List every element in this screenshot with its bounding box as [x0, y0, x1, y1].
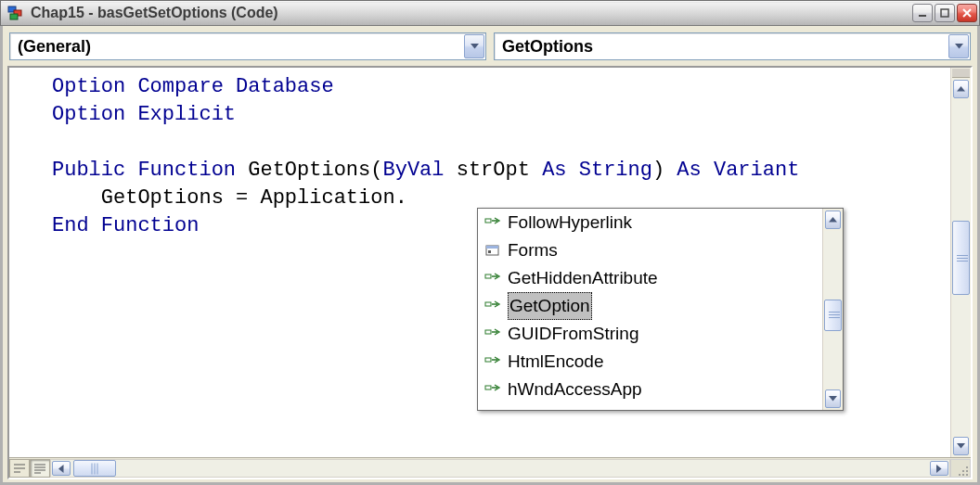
svg-marker-8	[955, 44, 963, 49]
scroll-track[interactable]	[72, 460, 928, 477]
view-full-module-button[interactable]	[30, 459, 50, 478]
intellisense-item[interactable]: GetHiddenAttribute	[478, 264, 822, 292]
editor-hscrollbar[interactable]	[50, 459, 950, 478]
code-editor[interactable]: Option Compare Database Option Explicit …	[52, 68, 950, 457]
scroll-right-button[interactable]	[930, 461, 948, 476]
svg-point-31	[966, 466, 968, 468]
code-kw: String	[579, 159, 652, 182]
scroll-up-button[interactable]	[953, 80, 969, 98]
svg-rect-3	[919, 15, 926, 17]
intellisense-item[interactable]: Forms	[478, 236, 822, 264]
svg-marker-21	[957, 443, 965, 449]
svg-point-33	[966, 470, 968, 472]
bottom-strip	[9, 457, 971, 478]
code-kw: ByVal	[382, 159, 444, 182]
method-icon	[484, 215, 502, 230]
intellisense-item[interactable]: FollowHyperlink	[478, 209, 822, 236]
svg-rect-11	[486, 246, 498, 249]
object-combo-value: (General)	[18, 37, 91, 57]
maximize-button[interactable]	[935, 4, 955, 22]
intellisense-item[interactable]: GUIDFromString	[478, 320, 822, 348]
code-text: GetOptions(	[236, 159, 382, 182]
procedure-combo-value: GetOptions	[502, 37, 593, 57]
intellisense-item-label: GetOption	[508, 292, 592, 320]
titlebar[interactable]: Chap15 - basGetSetOptions (Code)	[0, 0, 980, 26]
svg-marker-20	[957, 86, 965, 92]
code-kw: Public	[52, 159, 125, 182]
svg-point-35	[962, 474, 964, 476]
svg-marker-30	[936, 465, 942, 473]
app-icon	[6, 3, 27, 23]
window-title: Chap15 - basGetSetOptions (Code)	[31, 5, 910, 21]
code-line: Option Explicit	[52, 103, 236, 126]
scroll-thumb[interactable]	[952, 221, 970, 295]
code-line: GetOptions = Application.	[52, 186, 407, 210]
code-text: strOpt	[445, 159, 543, 182]
svg-rect-14	[485, 302, 491, 306]
method-icon	[484, 299, 502, 313]
editor-vscrollbar[interactable]	[950, 68, 971, 457]
intellisense-item-label: hWndAccessApp	[508, 376, 642, 403]
svg-rect-2	[10, 14, 18, 19]
code-kw: Function	[137, 159, 236, 182]
scroll-track[interactable]	[824, 231, 842, 388]
chevron-down-icon[interactable]	[948, 34, 969, 58]
intellisense-item-label: GUIDFromString	[508, 320, 638, 348]
scroll-thumb[interactable]	[73, 460, 116, 477]
scroll-down-button[interactable]	[825, 389, 841, 408]
svg-rect-17	[485, 386, 491, 389]
code-line: End Function	[52, 214, 199, 237]
scroll-thumb[interactable]	[824, 300, 842, 331]
svg-rect-15	[485, 330, 491, 334]
svg-rect-12	[488, 250, 491, 253]
chevron-down-icon[interactable]	[464, 34, 484, 58]
close-button[interactable]	[957, 4, 977, 22]
code-kw: As	[542, 159, 566, 182]
code-area: Option Compare Database Option Explicit …	[7, 66, 973, 479]
svg-point-34	[959, 474, 961, 476]
intellisense-item[interactable]: GetOption	[478, 292, 822, 320]
svg-marker-19	[829, 396, 837, 402]
svg-point-32	[962, 470, 964, 472]
object-combo[interactable]: (General)	[9, 32, 486, 60]
svg-rect-16	[485, 358, 491, 362]
popup-scrollbar[interactable]	[822, 209, 843, 410]
scroll-down-button[interactable]	[953, 437, 969, 455]
dropdown-row: (General) GetOptions	[6, 29, 974, 64]
intellisense-item[interactable]: HtmlEncode	[478, 348, 822, 376]
scroll-up-button[interactable]	[825, 211, 841, 229]
intellisense-popup[interactable]: FollowHyperlinkFormsGetHiddenAttributeGe…	[477, 208, 844, 411]
window-chrome: (General) GetOptions Option Compare Data…	[0, 26, 980, 485]
object-icon	[484, 243, 502, 258]
code-text: )	[652, 159, 677, 182]
method-icon	[484, 271, 502, 286]
resize-grip[interactable]	[950, 459, 971, 478]
view-procedure-button[interactable]	[9, 459, 30, 478]
intellisense-item-label: HtmlEncode	[508, 348, 604, 376]
scroll-left-button[interactable]	[52, 461, 71, 476]
method-icon	[484, 382, 502, 397]
svg-marker-7	[471, 44, 479, 49]
intellisense-item-label: Forms	[508, 236, 558, 264]
code-kw: Variant	[714, 159, 799, 182]
minimize-button[interactable]	[912, 4, 933, 22]
svg-marker-29	[58, 465, 64, 473]
split-handle[interactable]	[952, 69, 970, 78]
method-icon	[484, 326, 502, 341]
svg-rect-4	[941, 9, 948, 17]
intellisense-item-label: FollowHyperlink	[508, 209, 632, 236]
svg-rect-13	[485, 274, 491, 278]
intellisense-item[interactable]: hWndAccessApp	[478, 376, 822, 403]
code-line: Option Compare Database	[52, 75, 334, 98]
scroll-track[interactable]	[952, 100, 970, 435]
code-kw: As	[677, 159, 701, 182]
intellisense-item-label: GetHiddenAttribute	[508, 264, 658, 292]
svg-marker-18	[829, 217, 837, 223]
code-margin	[9, 68, 52, 457]
method-icon	[484, 354, 502, 369]
svg-point-36	[966, 474, 968, 476]
svg-rect-9	[485, 219, 491, 223]
procedure-combo[interactable]: GetOptions	[494, 32, 971, 60]
